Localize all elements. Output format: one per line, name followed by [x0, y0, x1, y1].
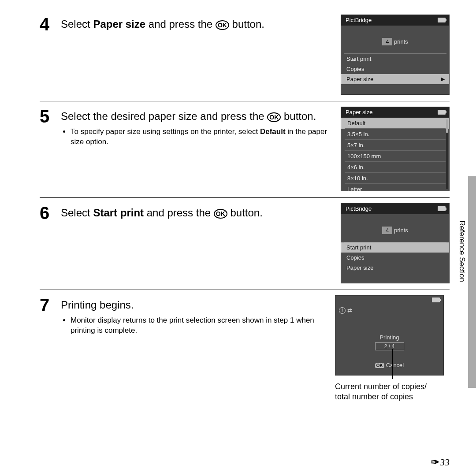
callout-leader — [392, 349, 393, 379]
option-3-5x5[interactable]: 3.5×5 in. — [341, 129, 449, 140]
camera-screen-printing: !⇄ Printing 2 / 4 OKCancel — [335, 295, 444, 376]
option-default[interactable]: Default — [341, 118, 449, 129]
step-title: Select Start print and press the OK butt… — [61, 206, 335, 220]
step-title: Select the desired paper size and press … — [61, 109, 335, 123]
callout-text: Current number of copies/ total number o… — [335, 382, 450, 402]
battery-icon — [438, 110, 446, 115]
menu-item-start-print[interactable]: Start print — [341, 54, 449, 64]
step-5: 5 Select the desired paper size and pres… — [40, 101, 450, 198]
ok-icon: OK — [375, 363, 384, 368]
step-number: 6 — [40, 203, 61, 283]
menu-item-paper-size[interactable]: Paper size — [341, 263, 449, 273]
step-number: 7 — [40, 295, 61, 402]
menu-list: Start print Copies Paper size▶ — [341, 54, 449, 84]
battery-icon — [432, 298, 440, 302]
menu-item-copies[interactable]: Copies — [341, 253, 449, 263]
printing-progress: 2 / 4 — [375, 342, 404, 350]
step-bullets: Monitor display returns to the print sel… — [61, 316, 329, 336]
scrollbar[interactable] — [446, 119, 448, 189]
menu-list: Start print Copies Paper size — [341, 242, 449, 273]
menu-list: Default 3.5×5 in. 5×7 in. 100×150 mm 4×6… — [341, 118, 449, 191]
option-letter[interactable]: Letter — [341, 184, 449, 191]
step-7: 7 Printing begins. Monitor display retur… — [40, 290, 450, 409]
screen-title: PictBridge — [346, 205, 372, 212]
printing-label: Printing — [335, 334, 443, 341]
section-label: Reference Section — [457, 220, 466, 282]
transfer-icon: ⇄ — [347, 307, 352, 314]
menu-item-paper-size[interactable]: Paper size▶ — [341, 74, 449, 84]
camera-screen-paper-size: Paper size Default 3.5×5 in. 5×7 in. 100… — [341, 107, 450, 191]
option-5x7[interactable]: 5×7 in. — [341, 140, 449, 151]
camera-screen-pictbridge: PictBridge 4 prints Start print Copies P… — [341, 203, 450, 283]
option-100x150[interactable]: 100×150 mm — [341, 151, 449, 162]
page-number: ✑33 — [431, 457, 450, 468]
step-number: 4 — [40, 15, 61, 95]
step-title: Select Paper size and press the OK butto… — [61, 17, 335, 31]
step-4: 4 Select Paper size and press the OK but… — [40, 9, 450, 101]
screen-title: PictBridge — [346, 17, 372, 23]
cancel-row[interactable]: OKCancel — [335, 362, 443, 368]
step-6: 6 Select Start print and press the OK bu… — [40, 198, 450, 290]
prints-count: 4 — [382, 227, 392, 234]
ok-icon: OK — [267, 112, 281, 122]
step-bullets: To specify paper size using settings on … — [61, 127, 335, 147]
warning-icon: ! — [339, 307, 346, 314]
menu-item-copies[interactable]: Copies — [341, 64, 449, 74]
page-icon: ✑ — [431, 457, 439, 468]
section-tab — [468, 176, 476, 388]
prints-count: 4 — [382, 38, 392, 45]
ok-icon: OK — [216, 20, 229, 30]
menu-item-start-print[interactable]: Start print — [341, 242, 449, 253]
screen-title: Paper size — [346, 109, 372, 115]
battery-icon — [438, 206, 446, 211]
option-8x10[interactable]: 8×10 in. — [341, 173, 449, 184]
option-4x6[interactable]: 4×6 in. — [341, 162, 449, 173]
status-icons: !⇄ — [335, 305, 443, 314]
battery-icon — [438, 18, 446, 22]
prints-label: prints — [392, 38, 408, 45]
ok-icon: OK — [214, 209, 227, 219]
prints-label: prints — [392, 227, 408, 234]
step-number: 5 — [40, 107, 61, 191]
step-title: Printing begins. — [61, 298, 329, 312]
chevron-right-icon: ▶ — [441, 76, 445, 82]
camera-screen-pictbridge: PictBridge 4 prints Start print Copies P… — [341, 15, 450, 95]
